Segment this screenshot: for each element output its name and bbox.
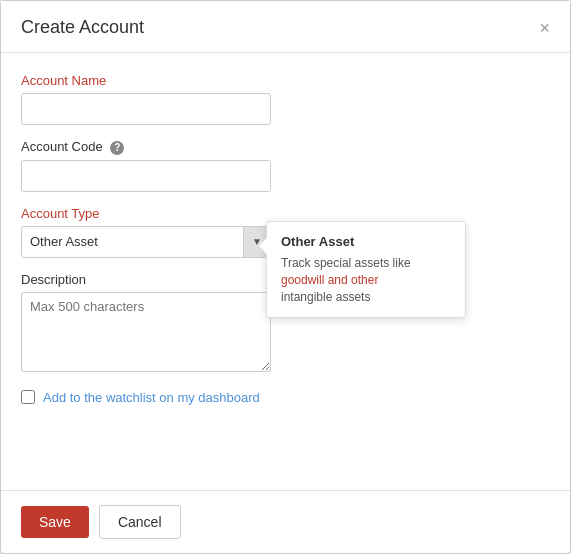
create-account-modal: Create Account × Account Name Account Co… — [0, 0, 571, 554]
account-type-label: Account Type — [21, 206, 550, 221]
cancel-button[interactable]: Cancel — [99, 505, 181, 539]
watchlist-checkbox[interactable] — [21, 390, 35, 404]
modal-header: Create Account × — [1, 1, 570, 53]
modal-title: Create Account — [21, 17, 144, 38]
account-code-label: Account Code ? — [21, 139, 550, 155]
account-type-select-wrapper: Other Asset ▼ — [21, 226, 271, 258]
account-code-input[interactable] — [21, 160, 271, 192]
account-type-select[interactable]: Other Asset — [21, 226, 271, 258]
account-name-group: Account Name — [21, 73, 550, 125]
tooltip-popup: Other Asset Track special assets like go… — [266, 221, 466, 318]
watchlist-group: Add to the watchlist on my dashboard — [21, 390, 550, 405]
save-button[interactable]: Save — [21, 506, 89, 538]
help-icon[interactable]: ? — [110, 141, 124, 155]
tooltip-text: Track special assets like goodwill and o… — [281, 255, 451, 305]
description-textarea[interactable] — [21, 292, 271, 372]
tooltip-arrow — [259, 238, 267, 254]
account-name-label: Account Name — [21, 73, 550, 88]
account-code-group: Account Code ? — [21, 139, 550, 192]
close-button[interactable]: × — [539, 19, 550, 37]
account-name-input[interactable] — [21, 93, 271, 125]
modal-footer: Save Cancel — [1, 490, 570, 553]
watchlist-label[interactable]: Add to the watchlist on my dashboard — [43, 390, 260, 405]
modal-body: Account Name Account Code ? Account Type… — [1, 53, 570, 490]
tooltip-title: Other Asset — [281, 234, 451, 249]
